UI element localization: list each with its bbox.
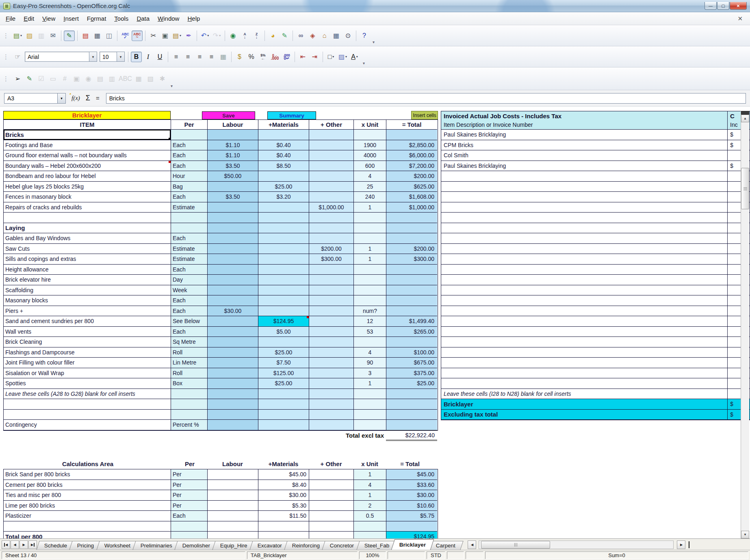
item-cell[interactable]: Boundary walls – Hebel 200x600x200 xyxy=(4,161,171,171)
sheet-tab-concretor[interactable]: Concretor xyxy=(322,541,362,550)
labour-cell[interactable] xyxy=(208,378,258,389)
combo-box-button[interactable]: ▥ xyxy=(106,74,117,84)
labour-cell[interactable] xyxy=(208,275,258,285)
materials-cell[interactable] xyxy=(258,306,309,317)
total-cell[interactable] xyxy=(386,265,437,275)
materials-cell[interactable] xyxy=(258,295,309,306)
unit-cell[interactable] xyxy=(354,223,386,234)
summary-macro-button[interactable]: Summary xyxy=(267,111,316,119)
per-cell[interactable]: Roll xyxy=(171,368,208,379)
total-cell[interactable]: $625.00 xyxy=(386,182,437,192)
calc-other-cell[interactable] xyxy=(309,469,354,480)
page-preview-button[interactable]: ◫ xyxy=(104,30,115,41)
calc-per-cell[interactable]: Per xyxy=(171,490,208,501)
unit-cell[interactable] xyxy=(354,399,386,410)
sheet-tab-carpent[interactable]: Carpent xyxy=(428,541,464,550)
number-format-percent-button[interactable]: % xyxy=(246,52,257,62)
materials-cell[interactable] xyxy=(258,410,309,420)
fmt-toolbar-more-button[interactable]: ▾ xyxy=(363,61,365,67)
per-cell[interactable]: Each xyxy=(171,150,208,161)
per-cell[interactable]: Estimate xyxy=(171,254,208,265)
item-cell[interactable]: Brick Cleaning xyxy=(4,337,171,347)
labour-cell[interactable]: $3.50 xyxy=(208,161,258,171)
next-sheet-button[interactable]: ▶ xyxy=(20,540,28,549)
materials-cell[interactable]: $25.00 xyxy=(258,182,309,192)
invoice-description-cell[interactable] xyxy=(441,202,728,213)
unit-cell[interactable]: 4 xyxy=(354,171,386,182)
push-button-button[interactable]: ▣ xyxy=(71,74,82,84)
item-cell[interactable]: Flashings and Dampcourse xyxy=(4,347,171,358)
scroll-down-button[interactable]: ▼ xyxy=(741,531,749,538)
materials-cell[interactable] xyxy=(258,285,309,296)
calc-labour-cell[interactable] xyxy=(208,501,258,511)
scroll-up-button[interactable]: ▲ xyxy=(741,115,749,122)
per-cell[interactable] xyxy=(171,399,208,410)
option-button-button[interactable]: ◉ xyxy=(83,74,94,84)
font-name-combo[interactable]: Arial▾ xyxy=(25,52,97,62)
status-sum[interactable]: Sum=0 xyxy=(485,551,748,559)
unit-cell[interactable] xyxy=(354,389,386,399)
maximize-button[interactable]: ▢ xyxy=(717,2,729,10)
invoiced-costs-header-cell[interactable]: Invoiced Actual Job Costs - Includes Tax… xyxy=(441,111,728,129)
per-cell[interactable]: Box xyxy=(171,378,208,389)
calc-per-cell[interactable] xyxy=(171,521,208,532)
per-cell[interactable]: Estimate xyxy=(171,244,208,254)
other-cell[interactable] xyxy=(309,192,354,202)
hyperlink-button[interactable]: ◉ xyxy=(228,30,238,41)
invoice-description-cell[interactable] xyxy=(441,316,728,326)
calc-total-cell[interactable] xyxy=(386,521,437,532)
labour-cell[interactable] xyxy=(208,233,258,244)
labour-cell[interactable] xyxy=(208,182,258,192)
vertical-scroll-thumb[interactable] xyxy=(741,168,749,209)
per-cell[interactable] xyxy=(171,410,208,420)
other-cell[interactable]: $300.00 xyxy=(309,254,354,265)
minimize-button[interactable]: — xyxy=(704,2,717,10)
align-right-button[interactable]: ≡ xyxy=(194,52,205,62)
item-cell[interactable]: Hebel glue lays 25 blocks 25kg xyxy=(4,182,171,192)
unit-cell[interactable]: 1 xyxy=(354,254,386,265)
navigator-button[interactable]: ◈ xyxy=(307,30,318,41)
unit-cell[interactable] xyxy=(354,420,386,430)
label-field-button[interactable]: ABC xyxy=(118,74,132,84)
calc-other-cell[interactable] xyxy=(309,480,354,491)
per-cell[interactable]: Each xyxy=(171,192,208,202)
invoice-description-cell[interactable]: CPM Bricks xyxy=(441,140,728,150)
bricklayer-title-cell[interactable]: Bricklayer xyxy=(3,111,171,119)
per-cell[interactable]: Each xyxy=(171,265,208,275)
labour-cell[interactable]: $30.00 xyxy=(208,306,258,317)
calc-column-header-4[interactable]: + Other xyxy=(309,458,353,469)
total-cell[interactable]: $375.00 xyxy=(386,368,437,379)
other-cell[interactable] xyxy=(309,316,354,327)
labour-cell[interactable] xyxy=(208,213,258,223)
unit-cell[interactable]: 600 xyxy=(354,161,386,171)
align-justify-button[interactable]: ≡ xyxy=(206,52,217,62)
labour-cell[interactable] xyxy=(208,295,258,306)
labour-cell[interactable] xyxy=(208,223,258,234)
paste-button[interactable]: ▤▾ xyxy=(171,30,182,41)
horizontal-scroll-thumb[interactable] xyxy=(481,541,550,549)
labour-cell[interactable] xyxy=(208,368,258,379)
per-cell[interactable]: See Below xyxy=(171,316,208,327)
redo-button-dropdown-icon[interactable]: ▾ xyxy=(219,34,221,37)
other-cell[interactable] xyxy=(309,306,354,317)
background-color-button-dropdown-icon[interactable]: ▾ xyxy=(345,55,347,59)
total-cell[interactable]: $675.00 xyxy=(386,358,437,368)
invoice-description-cell[interactable] xyxy=(441,358,728,368)
zoom-button[interactable]: ⊙ xyxy=(342,30,353,41)
delete-decimal-button[interactable]: .0000↵ xyxy=(281,52,292,62)
calc-unit-cell[interactable]: 1 xyxy=(354,490,386,501)
per-cell[interactable] xyxy=(171,130,208,140)
labour-cell[interactable] xyxy=(208,265,258,275)
total-cell[interactable]: $6,000.00 xyxy=(386,150,437,161)
unit-cell[interactable]: 25 xyxy=(354,182,386,192)
materials-cell[interactable] xyxy=(258,337,309,347)
labour-cell[interactable] xyxy=(208,358,258,368)
borders-button[interactable]: □▾ xyxy=(325,52,336,62)
labour-cell[interactable] xyxy=(208,285,258,296)
total-cell[interactable] xyxy=(386,306,437,317)
item-cell[interactable]: Height allowance xyxy=(4,265,171,275)
add-decimal-button[interactable]: 0→.000 xyxy=(269,52,280,62)
image-control-button[interactable]: ▦ xyxy=(133,74,144,84)
materials-cell[interactable]: $5.00 xyxy=(258,327,309,337)
status-selection-mode[interactable]: STD xyxy=(427,551,445,559)
